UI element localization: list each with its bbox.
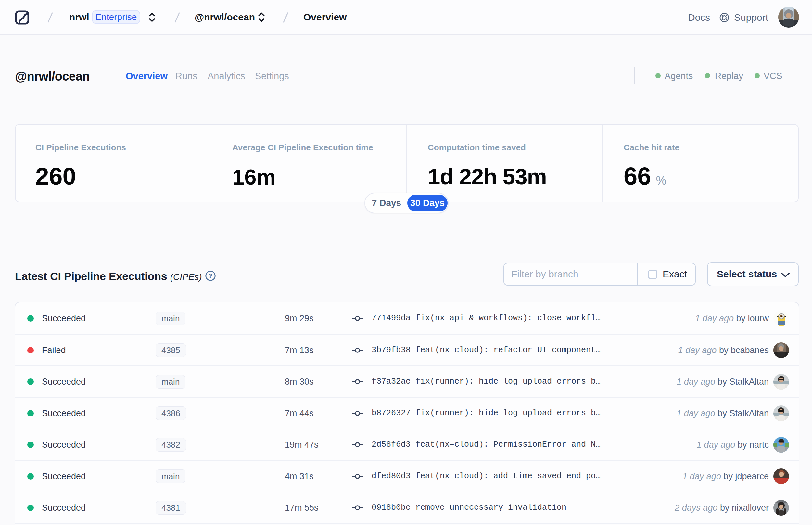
svg-text:?: ? <box>209 272 213 280</box>
